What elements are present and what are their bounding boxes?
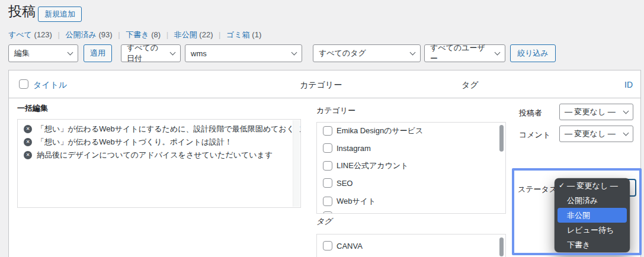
status-label: ステータス [518,184,557,195]
select-all-checkbox[interactable] [19,79,28,89]
category-filter-select[interactable]: wms [185,44,302,62]
apply-button[interactable]: 適用 [84,44,112,62]
filter-link-trash[interactable]: ゴミ箱 [226,30,250,39]
category-item: Instagram [323,143,371,153]
bulk-edit-heading: 一括編集 [17,103,48,114]
category-checkbox[interactable] [323,178,332,188]
tag-filter-value: すべてのタグ [319,48,366,59]
comments-select-value: — 変更なし — [565,128,616,139]
list-item: ✕ 「想い」が伝わるWebサイトづくり。ポイントは設計！ [24,137,287,147]
status-option-published[interactable]: 公開済み [555,193,630,208]
category-label: LINE公式アカウント [337,160,408,171]
chevron-down-icon [623,130,629,136]
posts-table: タイトル カテゴリー タグ ID 一括編集 ✕ 「想い」が伝わるWebサイトにす… [8,70,641,257]
category-label: SEO [337,179,353,188]
list-item: ✕ 納品後にデザインについてのアドバイスをさせていただいています [24,150,287,160]
chevron-down-icon [495,50,501,56]
tag-checkbox[interactable] [323,241,332,250]
post-title: 「想い」が伝わるWebサイトにするために、設計段階で最低限固めておくこと2つ！ [37,124,301,134]
author-label: 投稿者 [519,108,542,118]
count-draft: (8) [151,30,161,39]
count-all: (123) [34,30,52,39]
filter-link-private[interactable]: 非公開 [174,30,197,39]
categories-checklist: Emika Designのサービス Instagram LINE公式アカウント … [316,122,506,214]
categories-label: カテゴリー [316,105,355,116]
post-title: 「想い」が伝わるWebサイトづくり。ポイントは設計！ [37,137,232,147]
status-option-pending[interactable]: レビュー待ち [555,223,630,237]
user-filter-select[interactable]: すべてのユーザー [424,44,505,62]
category-checkbox[interactable] [323,126,332,136]
tag-item: CANVA [323,241,363,250]
author-select-value: — 変更なし — [565,107,616,117]
category-item: LINE公式アカウント [323,160,408,171]
status-filter-links: すべて (123) | 公開済み (93) | 下書き (8) | 非公開 (2… [8,30,261,40]
bulk-action-select[interactable]: 編集 [8,44,78,62]
page-title: 投稿 [8,2,36,21]
category-item-partial [323,211,332,214]
scrollbar-thumb[interactable] [499,237,504,256]
comments-select[interactable]: — 変更なし — [559,126,633,142]
category-checkbox[interactable] [323,161,332,171]
column-id[interactable]: ID [624,80,633,89]
chevron-down-icon [623,108,629,114]
chevron-down-icon [291,50,297,56]
posts-admin-screen: 投稿 新規追加 すべて (123) | 公開済み (93) | 下書き (8) … [0,0,644,257]
author-select[interactable]: — 変更なし — [559,104,633,120]
bulk-action-value: 編集 [14,48,30,59]
remove-post-icon[interactable]: ✕ [24,151,32,159]
category-label: Instagram [337,144,371,153]
category-label: Webサイト [337,196,376,207]
remove-post-icon[interactable]: ✕ [24,125,32,133]
add-new-button[interactable]: 新規追加 [38,7,82,22]
category-label: Emika Designのサービス [337,126,423,136]
category-item: SEO [323,178,353,188]
scrollbar-track[interactable] [293,120,300,207]
list-item: ✕ 「想い」が伝わるWebサイトにするために、設計段階で最低限固めておくこと2つ… [24,124,287,134]
remove-post-icon[interactable]: ✕ [24,138,32,146]
chevron-down-icon [170,50,176,56]
category-checkbox[interactable] [323,211,332,214]
post-title: 納品後にデザインについてのアドバイスをさせていただいています [37,150,273,160]
filter-link-all[interactable]: すべて [8,30,32,39]
category-filter-value: wms [191,49,207,58]
filter-link-published[interactable]: 公開済み [66,30,97,39]
date-filter-value: すべての日付 [127,43,166,64]
separator: | [166,30,168,39]
column-category: カテゴリー [300,80,342,91]
status-option-no-change[interactable]: ✓ — 変更なし — [555,178,630,193]
date-filter-select[interactable]: すべての日付 [121,44,181,62]
separator: | [118,30,120,39]
column-tag: タグ [462,80,479,91]
count-published: (93) [98,30,112,39]
table-header-row: タイトル カテゴリー タグ ID [9,70,640,98]
category-checkbox[interactable] [323,143,332,153]
check-icon: ✓ [559,178,565,193]
category-item: Webサイト [323,196,376,207]
bulk-edit-post-list: ✕ 「想い」が伝わるWebサイトにするために、設計段階で最低限固めておくこと2つ… [17,119,301,208]
user-filter-value: すべてのユーザー [430,43,491,64]
count-private: (22) [199,30,213,39]
tag-filter-select[interactable]: すべてのタグ [313,44,421,62]
category-item: Emika Designのサービス [323,126,423,136]
chevron-down-icon [68,50,73,56]
tags-checklist: CANVA [316,234,506,257]
separator: | [219,30,220,39]
filter-button[interactable]: 絞り込み [510,44,556,62]
count-trash: (1) [252,30,261,39]
category-checkbox[interactable] [323,197,332,206]
comments-label: コメント [519,130,550,140]
chevron-down-icon [410,50,416,56]
tag-label: CANVA [337,242,363,250]
filter-link-draft[interactable]: 下書き [126,30,149,39]
separator: | [58,30,60,39]
scrollbar-thumb[interactable] [499,125,504,152]
column-title[interactable]: タイトル [33,80,67,91]
status-option-private[interactable]: 非公開 [558,208,627,223]
tags-label: タグ [316,216,332,227]
status-option-draft[interactable]: 下書き [555,237,630,252]
status-dropdown-menu: ✓ — 変更なし — 公開済み 非公開 レビュー待ち 下書き [555,178,630,252]
